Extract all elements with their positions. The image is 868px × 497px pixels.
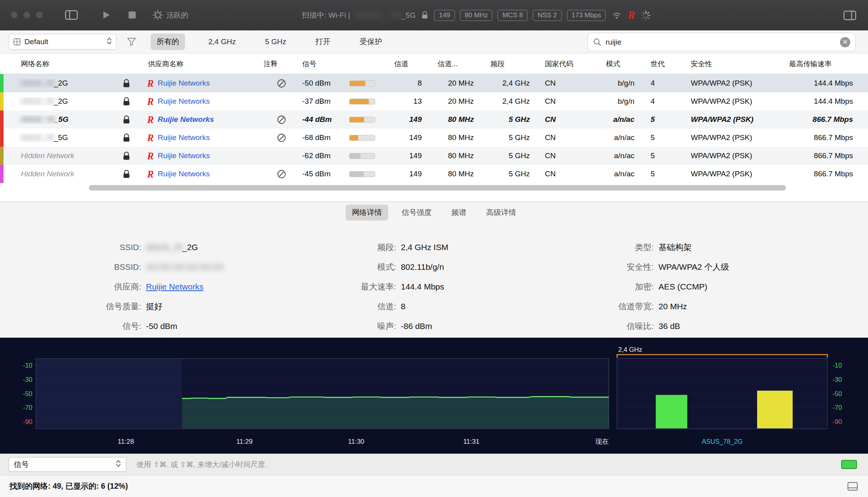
cell-name: ASUS_78_5G (5, 133, 117, 142)
cell-gen: 5 (644, 151, 684, 160)
detail-item: 频段:2,4 GHz ISM (276, 237, 448, 257)
network-row[interactable]: ASUS_78_5GRRuijie Networks-44 dBm14980 M… (0, 110, 868, 129)
cell-mode: a/n/ac (596, 151, 644, 160)
filter-segment[interactable]: 所有的 (151, 34, 185, 50)
vendor-link[interactable]: Ruijie Networks (146, 282, 204, 291)
column-header-security[interactable]: 安全性 (684, 59, 783, 69)
scan-prefix: 扫描中: Wi-Fi | (302, 10, 350, 21)
cell-channel: 8 (391, 79, 434, 88)
cell-name: ASUS_78_2G (5, 79, 117, 88)
phy-badge: 80 MHz (460, 10, 493, 21)
phy-badge: 149 (434, 10, 455, 21)
metric-select[interactable]: 信号 (9, 457, 126, 472)
bottom-panel-toggle-icon[interactable] (847, 482, 858, 491)
cell-mode: b/g/n (596, 97, 644, 106)
quality-strip (0, 110, 4, 129)
search-input[interactable] (606, 38, 840, 47)
connected-ssid-suffix: _5G (402, 11, 416, 20)
profile-dropdown[interactable]: Default (9, 34, 116, 50)
minimize-button[interactable] (23, 11, 30, 19)
cell-name: ASUS_78_2G (5, 97, 117, 106)
horizontal-scrollbar[interactable] (0, 184, 868, 192)
filter-segment[interactable]: 打开 (310, 34, 337, 50)
network-row[interactable]: Hidden NetworkRRuijie Networks-45 dBm149… (0, 165, 868, 183)
column-header-mode[interactable]: 模式 (596, 59, 644, 69)
network-row[interactable]: Hidden NetworkRRuijie Networks-62 dBm149… (0, 147, 868, 165)
svg-text:-10: -10 (23, 362, 32, 369)
ssid-suffix: _5G (54, 133, 68, 142)
filter-segment[interactable]: 2,4 GHz (202, 34, 242, 49)
phy-badges: 14980 MHzMCS 8NSS 2173 Mbps (434, 10, 606, 21)
details-col-3: 类型:基础构架安全性:WPA/WPA2 个人级加密:AES (CCMP)信道带宽… (533, 237, 729, 336)
detail-label: 信号质量: (32, 301, 141, 312)
column-header-vendor[interactable]: 供应商名称 (140, 59, 258, 69)
zoom-button[interactable] (36, 11, 43, 19)
charts-svg: -10-30-50-70-90-10-30-50-70-9011:2811:29… (0, 338, 868, 454)
column-header-note[interactable]: 注释 (258, 59, 296, 69)
column-header-gen[interactable]: 世代 (644, 59, 684, 69)
details-tabs: 网络详情信号强度频谱高级详情 (0, 202, 868, 223)
detail-value: 36 dB (658, 321, 680, 331)
sidebar-toggle-icon[interactable] (65, 10, 78, 20)
column-header-channel[interactable]: 信道 (391, 59, 434, 69)
tab-3[interactable]: 频谱 (445, 205, 473, 220)
tab-2[interactable]: 信号强度 (395, 205, 438, 220)
cell-note (258, 169, 296, 179)
network-row[interactable]: ASUS_78_2GRRuijie Networks-50 dBm820 MHz… (0, 74, 868, 92)
column-header-name[interactable]: 网络名称 (5, 59, 117, 69)
column-header-signal[interactable]: 信号 (296, 59, 347, 69)
scrollbar-thumb[interactable] (89, 185, 786, 191)
lock-icon (123, 151, 130, 161)
column-header-country[interactable]: 国家代码 (540, 59, 596, 69)
phy-badge: NSS 2 (533, 10, 561, 21)
vendor-link[interactable]: Ruijie Networks (158, 151, 210, 160)
inspector-toggle-icon[interactable] (844, 0, 856, 30)
network-row[interactable]: ASUS_78_2GRRuijie Networks-37 dBm1320 MH… (0, 92, 868, 110)
cell-country: CN (540, 97, 596, 106)
tab-1[interactable]: 网络详情 (346, 205, 388, 220)
connected-ssid-blurred: ASUS_78 (355, 11, 401, 20)
detail-label: 信道带宽: (533, 301, 654, 312)
close-button[interactable] (11, 11, 18, 19)
search-field[interactable]: ✕ (587, 33, 856, 51)
vendor-link[interactable]: Ruijie Networks (158, 170, 210, 178)
filter-segment[interactable]: 5 GHz (259, 34, 292, 49)
cell-security: WPA/WPA2 (PSK) (684, 170, 783, 178)
filter-segment[interactable]: 受保护 (354, 34, 388, 50)
vendor-link[interactable]: Ruijie Networks (158, 133, 210, 142)
column-header-rate[interactable]: 最高传输速率 (783, 59, 868, 69)
filter-funnel-icon[interactable] (127, 37, 137, 47)
tab-4[interactable]: 高级详情 (480, 205, 522, 220)
column-header-band[interactable]: 频段 (490, 59, 540, 69)
filter-bar: Default 所有的2,4 GHz5 GHz打开受保护 ✕ (0, 30, 868, 54)
lock-icon (123, 115, 130, 124)
cell-strip (0, 147, 5, 165)
blurred-ssid: ASUS_78 (21, 79, 54, 87)
detail-label: 噪声: (276, 321, 396, 332)
detail-value: -86 dBm (401, 321, 432, 331)
svg-text:-50: -50 (832, 390, 842, 397)
cell-country: CN (540, 115, 596, 124)
cell-security: WPA/WPA2 (PSK) (684, 151, 783, 160)
clear-search-icon[interactable]: ✕ (840, 37, 850, 47)
detail-item: 模式:802.11b/g/n (276, 257, 448, 277)
detail-item: 最大速率:144.4 Mbps (276, 277, 448, 297)
stop-scan-icon[interactable] (128, 11, 136, 19)
detail-value[interactable]: Ruijie Networks (146, 282, 204, 291)
vendor-link[interactable]: Ruijie Networks (158, 97, 210, 106)
cell-signal: -68 dBm (296, 133, 347, 142)
cell-note (258, 115, 296, 125)
start-scan-icon[interactable] (102, 10, 111, 20)
cell-gen: 4 (644, 79, 684, 88)
cell-lock (117, 79, 140, 88)
annotation-icon (277, 78, 286, 88)
chevron-up-down-icon (116, 459, 121, 470)
cell-width: 80 MHz (434, 133, 490, 142)
vendor-link[interactable]: Ruijie Networks (158, 79, 210, 88)
column-header-width[interactable]: 信道... (434, 59, 490, 69)
network-row[interactable]: ASUS_78_5GRRuijie Networks-68 dBm14980 M… (0, 129, 868, 147)
vendor-link[interactable]: Ruijie Networks (158, 115, 214, 124)
cell-bar (347, 80, 391, 86)
phy-badge: MCS 8 (498, 10, 528, 21)
signal-bar (349, 117, 375, 123)
